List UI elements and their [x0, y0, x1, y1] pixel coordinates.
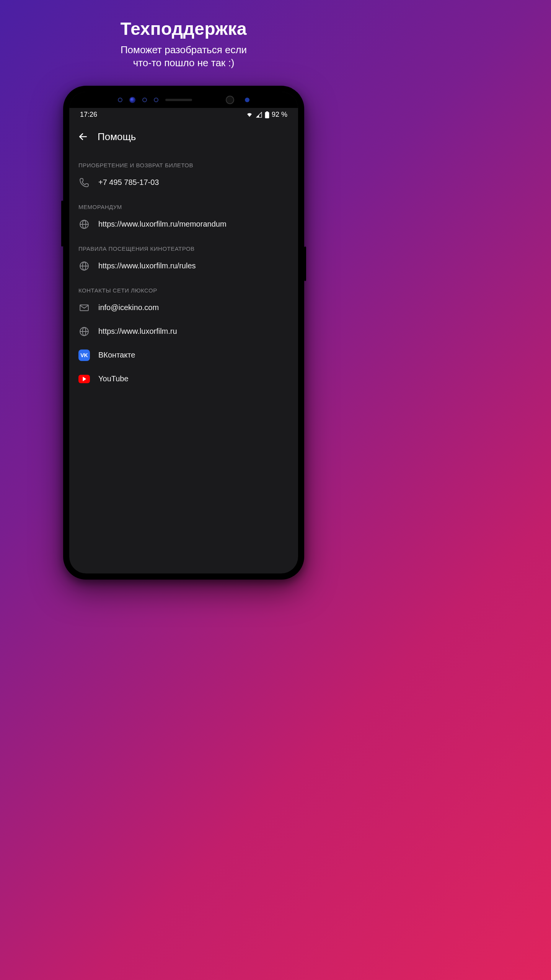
globe-icon: [78, 260, 90, 272]
svg-rect-1: [266, 111, 268, 113]
device-frame: 17:26 92 % Помощь ПРИОБРЕТЕНИЕ И ВОЗВРАТ…: [63, 86, 304, 580]
row-website[interactable]: https://www.luxorfilm.ru: [69, 320, 298, 343]
phone-icon: [78, 177, 90, 188]
screen-title: Помощь: [98, 131, 136, 143]
youtube-icon: [78, 373, 90, 385]
row-label: YouTube: [98, 374, 129, 383]
svg-rect-0: [265, 112, 269, 118]
row-label: +7 495 785-17-03: [98, 178, 159, 187]
sensor-dot-icon: [142, 98, 147, 102]
promo-subtitle-line1: Поможет разобраться если: [121, 44, 247, 56]
sensor-led-icon: [245, 98, 249, 102]
sensor-dot-icon: [118, 98, 122, 102]
sensor-dot-icon: [154, 98, 158, 102]
back-button[interactable]: [78, 131, 88, 142]
section-header-memorandum: МЕМОРАНДУМ: [69, 194, 298, 212]
status-bar: 17:26 92 %: [69, 108, 298, 122]
speaker-slit-icon: [165, 99, 192, 101]
row-label: ВКонтакте: [98, 351, 135, 359]
help-content: ПРИОБРЕТЕНИЕ И ВОЗВРАТ БИЛЕТОВ +7 495 78…: [69, 150, 298, 573]
row-label: info@icekino.com: [98, 303, 159, 312]
row-label: https://www.luxorfilm.ru: [98, 327, 177, 336]
mail-icon: [78, 302, 90, 314]
section-header-contacts: КОНТАКТЫ СЕТИ ЛЮКСОР: [69, 278, 298, 296]
row-vkontakte[interactable]: VK ВКонтакте: [69, 343, 298, 367]
row-label: https://www.luxorfilm.ru/rules: [98, 261, 196, 270]
wifi-icon: [246, 112, 253, 118]
section-header-tickets: ПРИОБРЕТЕНИЕ И ВОЗВРАТ БИЛЕТОВ: [69, 153, 298, 171]
app-bar: Помощь: [69, 122, 298, 150]
promo-subtitle-line2: что-то пошло не так :): [133, 57, 235, 69]
status-time: 17:26: [80, 111, 97, 119]
globe-icon: [78, 326, 90, 337]
row-email[interactable]: info@icekino.com: [69, 296, 298, 320]
battery-percent: 92 %: [272, 111, 287, 119]
status-icons: 92 %: [246, 111, 287, 119]
promo-title: Техподдержка: [121, 18, 247, 39]
arrow-left-icon: [78, 132, 88, 142]
row-label: https://www.luxorfilm.ru/memorandum: [98, 220, 227, 229]
vk-icon: VK: [78, 350, 90, 361]
section-header-rules: ПРАВИЛА ПОСЕЩЕНИЯ КИНОТЕАТРОВ: [69, 236, 298, 254]
screen: 17:26 92 % Помощь ПРИОБРЕТЕНИЕ И ВОЗВРАТ…: [69, 92, 298, 573]
promo-subtitle: Поможет разобраться если что-то пошло не…: [121, 44, 247, 70]
row-youtube[interactable]: YouTube: [69, 367, 298, 391]
front-camera-icon: [226, 96, 234, 104]
device-sensor-bar: [69, 92, 298, 108]
globe-icon: [78, 219, 90, 230]
row-phone-support[interactable]: +7 495 785-17-03: [69, 171, 298, 194]
battery-icon: [265, 111, 269, 118]
sensor-dot-icon: [129, 97, 135, 103]
row-rules-link[interactable]: https://www.luxorfilm.ru/rules: [69, 254, 298, 278]
row-memorandum-link[interactable]: https://www.luxorfilm.ru/memorandum: [69, 212, 298, 236]
signal-icon: [256, 112, 262, 118]
